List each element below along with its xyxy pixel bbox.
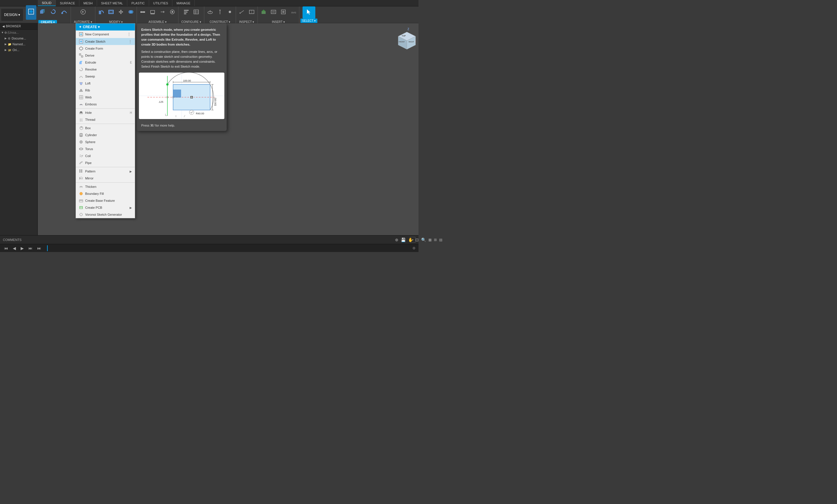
sidebar-origin-label: Ori...: [13, 48, 19, 52]
toolbar-modify-btn3[interactable]: [116, 5, 126, 20]
menu-item-loft[interactable]: Loft: [76, 80, 135, 87]
toolbar-measure-btn[interactable]: [237, 5, 247, 20]
toolbar-drive-btn[interactable]: [168, 5, 177, 20]
toolbar-plane-btn[interactable]: [206, 5, 215, 20]
toolbar-svg-btn[interactable]: SVG: [289, 5, 298, 20]
menu-item-emboss[interactable]: Emboss: [76, 101, 135, 108]
menu-item-thicken[interactable]: Thicken: [76, 183, 135, 190]
sidebar-expand-icon: ▼: [1, 31, 4, 34]
viewcube[interactable]: Z X TOP FRONT RIGHT: [392, 26, 415, 55]
sidebar-doc-label: Docume...: [12, 37, 26, 40]
svg-rect-16: [150, 11, 155, 13]
toolbar-table-btn[interactable]: [192, 5, 201, 20]
coil-label: Coil: [85, 154, 91, 157]
toolbar-automate-btn[interactable]: [78, 5, 88, 20]
status-hand-icon[interactable]: ✋: [408, 238, 413, 242]
bottom-bar: COMMENTS + ⊕ 💾 ✋ ⊡ 🔍 ▦ ⊞ ▤: [0, 235, 418, 244]
status-zoom-fit[interactable]: ⊡: [415, 238, 419, 242]
boundary-fill-label: Boundary Fill: [85, 192, 104, 195]
timeline-next[interactable]: ⏭: [27, 245, 34, 251]
tooltip-paragraph-1: Enters Sketch mode, where you create geo…: [141, 27, 222, 47]
toolbar-joint-btn[interactable]: [138, 5, 147, 20]
menu-item-coil[interactable]: Coil: [76, 152, 135, 160]
menu-item-sphere[interactable]: Sphere: [76, 138, 135, 146]
create-pcb-label: Create PCB: [85, 206, 102, 209]
toolbar-motion-btn[interactable]: [158, 5, 167, 20]
toolbar-canvas-btn[interactable]: [269, 5, 278, 20]
menu-item-create-form[interactable]: Create Form: [76, 45, 135, 52]
status-grid-icon[interactable]: ⊕: [395, 238, 398, 242]
menu-item-pattern[interactable]: Pattern ▶: [76, 168, 135, 175]
timeline-play[interactable]: ▶: [19, 245, 25, 251]
timeline-marker[interactable]: [47, 245, 48, 251]
menu-header[interactable]: ✦ CREATE ▾: [76, 23, 135, 31]
sidebar-item-named[interactable]: ▶ 📁 Named...: [0, 41, 37, 47]
menu-item-boundary-fill[interactable]: Boundary Fill: [76, 190, 135, 197]
table-icon: [193, 9, 199, 16]
thread-label: Thread: [85, 118, 95, 122]
hole-label: Hole: [85, 111, 92, 114]
menu-item-cylinder[interactable]: Cylinder: [76, 132, 135, 138]
sidebar-item-documents[interactable]: ▶ ⚙ Docume...: [0, 35, 37, 41]
tooltip-footer: Press ⌘/ for more help.: [137, 122, 227, 131]
sidebar-item-origin[interactable]: ▶ 📁 Ori...: [0, 47, 37, 53]
menu-item-sweep[interactable]: Sweep: [76, 73, 135, 80]
toolbar-ground-btn[interactable]: [148, 5, 157, 20]
pattern-menu-icon: [79, 169, 84, 174]
design-button[interactable]: DESIGN ▾: [1, 9, 23, 21]
hole-shortcut: H: [130, 111, 132, 114]
timeline-prev[interactable]: ◀: [12, 245, 17, 251]
toolbar-revolve[interactable]: [48, 5, 58, 20]
menu-item-create-sketch[interactable]: Create Sketch ⋮: [76, 38, 135, 45]
status-save-icon[interactable]: 💾: [401, 238, 406, 242]
menu-item-create-pcb[interactable]: Create PCB ▶: [76, 204, 135, 211]
toolbar-modify-btn1[interactable]: [96, 5, 106, 20]
toolbar-axis-btn[interactable]: [215, 5, 225, 20]
menu-separator-3: [76, 167, 135, 167]
toolbar-select-btn[interactable]: [303, 6, 315, 19]
toolbar-parameters-btn[interactable]: [182, 5, 191, 20]
toolbar-point-btn[interactable]: [225, 5, 234, 20]
toolbar-insert-mesh-btn[interactable]: [259, 5, 268, 20]
menu-item-rib[interactable]: Rib: [76, 87, 135, 94]
menu-item-label: New Component: [85, 33, 109, 36]
new-component-icon: [79, 32, 84, 37]
toolbar-section-analysis-btn[interactable]: [247, 5, 256, 20]
base-feature-icon: [79, 198, 84, 203]
timeline-settings-icon[interactable]: ⚙: [412, 246, 415, 250]
svg-rect-66: [79, 91, 83, 92]
svg-point-78: [79, 135, 83, 137]
menu-header-icon: ✦: [79, 25, 82, 29]
cylinder-label: Cylinder: [85, 133, 97, 137]
menu-item-extrude[interactable]: Extrude E: [76, 59, 135, 66]
menu-item-options[interactable]: ⋮: [126, 32, 132, 37]
menu-item-new-component[interactable]: New Component ⋮: [76, 31, 135, 38]
menu-item-dots[interactable]: ⋮: [128, 39, 132, 43]
sidebar-collapse-icon[interactable]: ◀: [2, 25, 5, 28]
toolbar-decal-btn[interactable]: [279, 5, 288, 20]
select-label[interactable]: SELECT ▾: [301, 19, 318, 23]
menu-item-create-base-feature[interactable]: Create Base Feature: [76, 197, 135, 204]
menu-item-derive[interactable]: Derive: [76, 52, 135, 59]
menu-item-pipe[interactable]: Pipe: [76, 160, 135, 166]
timeline-skip-start[interactable]: ⏮: [3, 245, 9, 251]
main-area: ◀ BROWSER ▼ ⚙ (Unsa... ▶ ⚙ Docume... ▶ 📁…: [0, 23, 418, 235]
menu-item-voronoi[interactable]: Voronoi Sketch Generator: [76, 211, 135, 218]
menu-item-mirror[interactable]: Mirror: [76, 175, 135, 182]
menu-item-thread[interactable]: Thread: [76, 116, 135, 123]
toolbar-combine-btn[interactable]: [126, 5, 136, 20]
toolbar-extrude[interactable]: [37, 5, 47, 20]
canvas-area[interactable]: Z X TOP FRONT RIGHT ✦ CREATE ▾: [38, 23, 418, 235]
toolbar-new-sketch[interactable]: [26, 5, 36, 20]
svg-marker-59: [79, 47, 83, 50]
menu-item-box[interactable]: Box: [76, 125, 135, 132]
toolbar-sweep[interactable]: [59, 5, 69, 20]
menu-item-web[interactable]: Web: [76, 94, 135, 101]
menu-item-revolve[interactable]: Revolve: [76, 66, 135, 73]
toolbar-modify-btn2[interactable]: [106, 5, 116, 20]
menu-item-torus[interactable]: Torus: [76, 146, 135, 152]
menu-item-hole[interactable]: Hole H: [76, 109, 135, 116]
timeline-skip-end[interactable]: ⏭: [36, 245, 42, 251]
svg-point-42: [282, 11, 285, 13]
sidebar-item-root[interactable]: ▼ ⚙ (Unsa...: [0, 30, 37, 35]
